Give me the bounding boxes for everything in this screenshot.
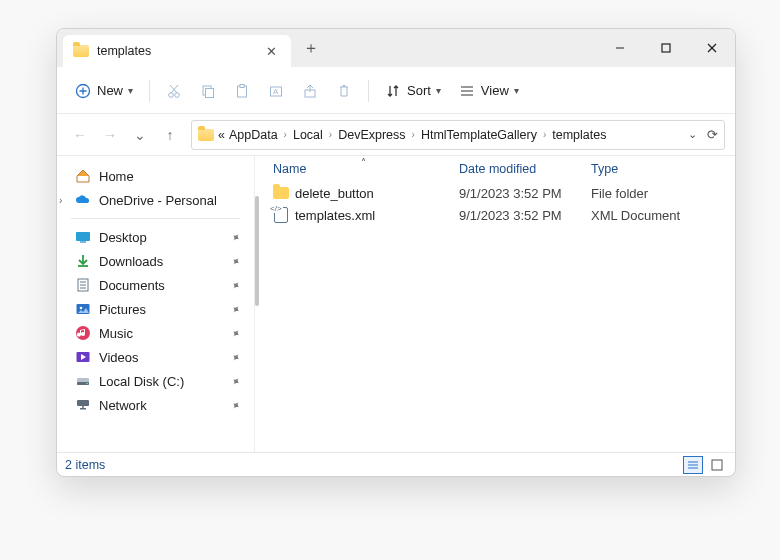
column-name[interactable]: Name ˄ — [273, 162, 459, 176]
file-row[interactable]: templates.xml9/1/2023 3:52 PMXML Documen… — [255, 204, 735, 226]
new-icon — [75, 83, 91, 99]
svg-rect-36 — [80, 408, 86, 410]
column-label: Date modified — [459, 162, 536, 176]
sidebar-item-home[interactable]: Home — [57, 164, 254, 188]
thumbnails-view-button[interactable] — [707, 456, 727, 474]
new-button[interactable]: New ▾ — [67, 75, 141, 107]
rename-button[interactable]: A — [260, 75, 292, 107]
sidebar-item[interactable]: Music✦ — [57, 321, 254, 345]
delete-button[interactable] — [328, 75, 360, 107]
recent-button[interactable]: ⌄ — [131, 127, 149, 143]
chevron-right-icon: › — [410, 129, 417, 140]
sidebar-item[interactable]: Desktop✦ — [57, 225, 254, 249]
sidebar-item-onedrive[interactable]: › OneDrive - Personal — [57, 188, 254, 212]
column-label: Name — [273, 162, 306, 176]
forward-button[interactable]: → — [101, 127, 119, 143]
onedrive-icon — [75, 192, 91, 208]
svg-line-9 — [170, 85, 177, 93]
up-button[interactable]: ↑ — [161, 127, 179, 143]
file-name: templates.xml — [295, 208, 375, 223]
network-icon — [75, 397, 91, 413]
copy-button[interactable] — [192, 75, 224, 107]
file-date: 9/1/2023 3:52 PM — [459, 186, 591, 201]
pin-icon: ✦ — [228, 253, 243, 269]
sidebar-item[interactable]: Downloads✦ — [57, 249, 254, 273]
column-type[interactable]: Type — [591, 162, 735, 176]
column-date[interactable]: Date modified — [459, 162, 591, 176]
active-tab[interactable]: templates ✕ — [63, 35, 291, 67]
chevron-down-icon: ▾ — [514, 85, 519, 96]
file-type: File folder — [591, 186, 735, 201]
share-icon — [302, 83, 318, 99]
chevron-down-icon: ▾ — [128, 85, 133, 96]
sidebar-item-label: Videos — [99, 350, 139, 365]
svg-rect-41 — [712, 460, 722, 470]
sort-button[interactable]: Sort ▾ — [377, 75, 449, 107]
paste-icon — [234, 83, 250, 99]
address-bar[interactable]: « AppData› Local› DevExpress› HtmlTempla… — [191, 120, 725, 150]
refresh-button[interactable]: ⟳ — [707, 127, 718, 142]
view-label: View — [481, 83, 509, 98]
minimize-button[interactable] — [597, 29, 643, 67]
xml-icon — [273, 207, 289, 223]
file-row[interactable]: delete_button9/1/2023 3:52 PMFile folder — [255, 182, 735, 204]
rename-icon: A — [268, 83, 284, 99]
column-label: Type — [591, 162, 618, 176]
home-icon — [75, 168, 91, 184]
titlebar: templates ✕ ＋ — [57, 29, 735, 67]
svg-rect-12 — [206, 88, 214, 97]
sidebar-item-label: Desktop — [99, 230, 147, 245]
svg-point-29 — [80, 307, 83, 310]
pin-icon: ✦ — [228, 373, 243, 389]
sidebar-item[interactable]: Videos✦ — [57, 345, 254, 369]
back-button[interactable]: ← — [71, 127, 89, 143]
file-name: delete_button — [295, 186, 374, 201]
breadcrumb-item[interactable]: DevExpress — [338, 128, 405, 142]
copy-icon — [200, 83, 216, 99]
breadcrumb-item[interactable]: HtmlTemplateGallery — [421, 128, 537, 142]
address-row: ← → ⌄ ↑ « AppData› Local› DevExpress› Ht… — [57, 114, 735, 156]
svg-point-7 — [169, 92, 174, 97]
share-button[interactable] — [294, 75, 326, 107]
svg-rect-35 — [77, 400, 89, 406]
sidebar-item[interactable]: Pictures✦ — [57, 297, 254, 321]
pictures-icon — [75, 301, 91, 317]
new-tab-button[interactable]: ＋ — [291, 29, 331, 67]
details-view-button[interactable] — [683, 456, 703, 474]
pin-icon: ✦ — [228, 325, 243, 341]
explorer-window: templates ✕ ＋ New ▾ A Sort ▾ — [56, 28, 736, 477]
chevron-right-icon: › — [541, 129, 548, 140]
svg-rect-22 — [80, 241, 86, 243]
pin-icon: ✦ — [228, 349, 243, 365]
delete-icon — [336, 83, 352, 99]
sidebar-item[interactable]: Network✦ — [57, 393, 254, 417]
maximize-button[interactable] — [643, 29, 689, 67]
breadcrumb-item[interactable]: AppData — [229, 128, 278, 142]
cut-button[interactable] — [158, 75, 190, 107]
breadcrumb-prefix: « — [218, 128, 225, 142]
pin-icon: ✦ — [228, 301, 243, 317]
paste-button[interactable] — [226, 75, 258, 107]
sidebar-item[interactable]: Documents✦ — [57, 273, 254, 297]
music-icon — [75, 325, 91, 341]
cut-icon — [166, 83, 182, 99]
file-type: XML Document — [591, 208, 735, 223]
chevron-down-icon[interactable]: ⌄ — [688, 128, 697, 141]
svg-point-34 — [86, 383, 88, 385]
breadcrumb-item[interactable]: Local — [293, 128, 323, 142]
sidebar-item[interactable]: Local Disk (C:)✦ — [57, 369, 254, 393]
scrollbar[interactable] — [254, 158, 260, 434]
sidebar-item-label: Music — [99, 326, 133, 341]
desktop-icon — [75, 229, 91, 245]
svg-point-8 — [175, 92, 180, 97]
close-button[interactable] — [689, 29, 735, 67]
separator — [149, 80, 150, 102]
chevron-right-icon[interactable]: › — [59, 195, 62, 206]
sidebar-item-label: Documents — [99, 278, 165, 293]
close-tab-button[interactable]: ✕ — [261, 44, 281, 59]
view-button[interactable]: View ▾ — [451, 75, 527, 107]
disk-icon — [75, 373, 91, 389]
separator — [368, 80, 369, 102]
breadcrumb-item[interactable]: templates — [552, 128, 606, 142]
sidebar-item-label: Pictures — [99, 302, 146, 317]
